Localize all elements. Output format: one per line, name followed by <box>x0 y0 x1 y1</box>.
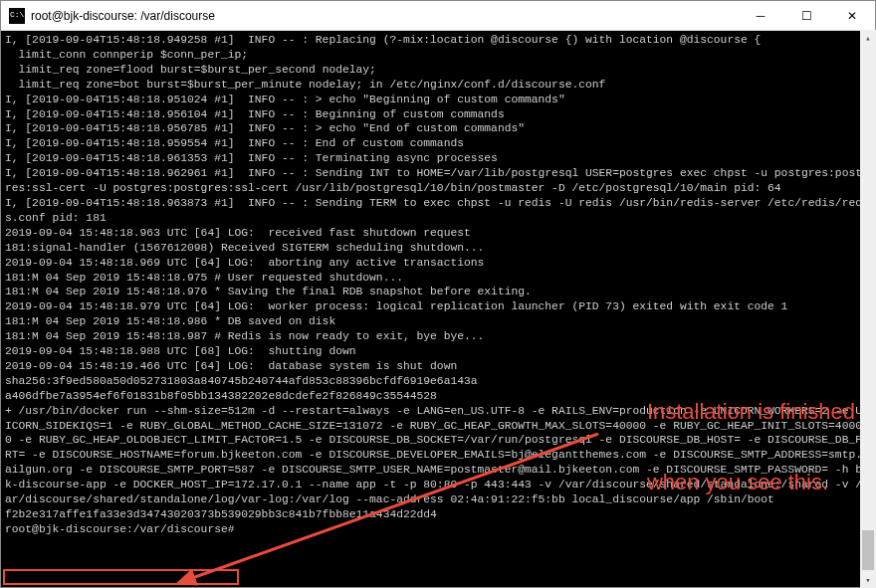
window-controls: ─ ☐ ✕ <box>738 1 875 30</box>
shell-prompt: root@bjk-discourse:/var/discourse# <box>5 523 235 535</box>
terminal-line: 181:M 04 Sep 2019 15:48:18.987 # Redis i… <box>5 329 871 344</box>
terminal-line: limit_req zone=bot burst=$burst_per_minu… <box>5 78 871 93</box>
terminal-output[interactable]: I, [2019-09-04T15:48:18.949258 #1] INFO … <box>1 31 875 587</box>
terminal-line: 181:M 04 Sep 2019 15:48:18.975 # User re… <box>5 271 871 286</box>
terminal-line: + /usr/bin/docker run --shm-size=512m -d… <box>5 404 871 507</box>
terminal-line: I, [2019-09-04T15:48:18.961353 #1] INFO … <box>5 151 871 166</box>
terminal-line: limit_conn connperip $conn_per_ip; <box>5 48 871 63</box>
terminal-line: 2019-09-04 15:48:18.979 UTC [64] LOG: wo… <box>5 299 871 314</box>
terminal-line: 181:signal-handler (1567612098) Received… <box>5 241 871 256</box>
terminal-line: a406dfbe7a3954ef6f01831b8f05bb134382202e… <box>5 389 871 404</box>
maximize-button[interactable]: ☐ <box>783 1 829 30</box>
cmd-icon <box>9 8 25 24</box>
terminal-line: I, [2019-09-04T15:48:18.962961 #1] INFO … <box>5 166 871 196</box>
terminal-line: I, [2019-09-04T15:48:18.959554 #1] INFO … <box>5 136 871 151</box>
terminal-line: 2019-09-04 15:48:19.466 UTC [64] LOG: da… <box>5 359 871 374</box>
terminal-prompt-line[interactable]: root@bjk-discourse:/var/discourse# <box>5 522 871 537</box>
close-button[interactable]: ✕ <box>829 1 875 30</box>
terminal-line: I, [2019-09-04T15:48:18.963873 #1] INFO … <box>5 196 871 226</box>
terminal-line: sha256:3f9ed580a50d052731803a840745b2407… <box>5 374 871 389</box>
terminal-line: 181:M 04 Sep 2019 15:48:18.986 * DB save… <box>5 314 871 329</box>
terminal-line: limit_req zone=flood burst=$burst_per_se… <box>5 63 871 78</box>
terminal-line: 2019-09-04 15:48:18.969 UTC [64] LOG: ab… <box>5 256 871 271</box>
scrollbar-thumb[interactable] <box>862 530 874 570</box>
terminal-line: 2019-09-04 15:48:18.963 UTC [64] LOG: re… <box>5 226 871 241</box>
window-title: root@bjk-discourse: /var/discourse <box>31 9 738 23</box>
titlebar[interactable]: root@bjk-discourse: /var/discourse ─ ☐ ✕ <box>1 1 875 31</box>
terminal-line: 2019-09-04 15:48:18.988 UTC [68] LOG: sh… <box>5 344 871 359</box>
terminal-line: 181:M 04 Sep 2019 15:48:18.976 * Saving … <box>5 285 871 299</box>
scroll-down-icon[interactable]: ▾ <box>860 572 876 588</box>
terminal-line: I, [2019-09-04T15:48:18.956785 #1] INFO … <box>5 121 871 136</box>
terminal-line: I, [2019-09-04T15:48:18.951024 #1] INFO … <box>5 93 871 107</box>
terminal-line: I, [2019-09-04T15:48:18.956104 #1] INFO … <box>5 107 871 122</box>
minimize-button[interactable]: ─ <box>738 1 783 30</box>
terminal-line: I, [2019-09-04T15:48:18.949258 #1] INFO … <box>5 33 871 48</box>
terminal-window: root@bjk-discourse: /var/discourse ─ ☐ ✕… <box>0 0 876 588</box>
annotation-highlight-box <box>3 569 239 585</box>
scroll-up-icon[interactable]: ▴ <box>860 30 876 46</box>
terminal-line: f2b2e317affe1fa33e3d34743020373b539029bb… <box>5 507 871 522</box>
vertical-scrollbar[interactable]: ▴ ▾ <box>860 30 876 588</box>
